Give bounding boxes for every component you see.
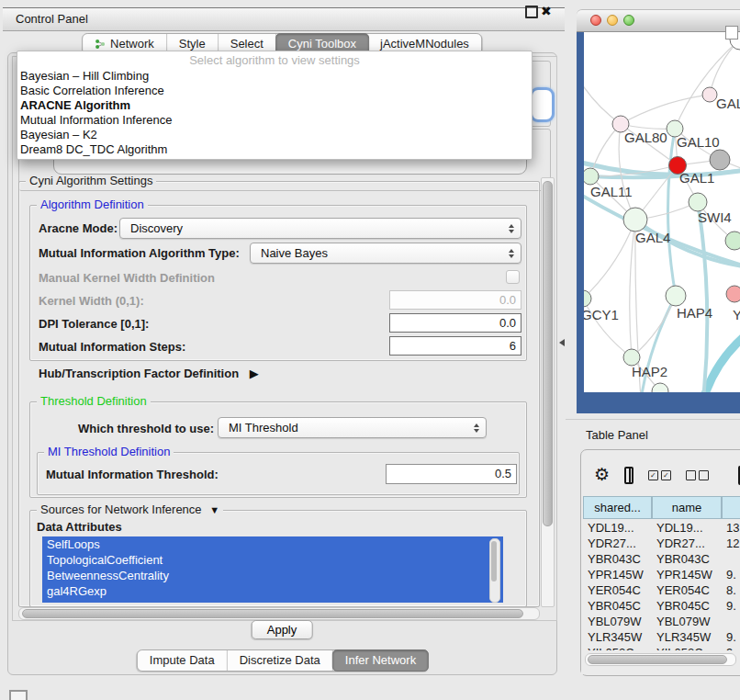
table-cell[interactable]: 9. — [726, 598, 740, 614]
algorithm-option[interactable]: Dream8 DC_TDC Algorithm — [20, 142, 529, 157]
mi-threshold-label: Mutual Information Threshold: — [46, 468, 219, 481]
table-cell[interactable]: YBL079W — [656, 614, 721, 629]
gear-icon[interactable]: ⚙ — [594, 465, 610, 485]
close-traffic-light[interactable] — [590, 15, 601, 26]
hub-definition-expander[interactable]: Hub/Transcription Factor Definition ▶ — [39, 367, 259, 380]
which-threshold-select[interactable]: MI Threshold — [218, 417, 487, 438]
algorithm-option[interactable]: Bayesian – Hill Climbing — [20, 69, 529, 84]
network-canvas[interactable]: GAL80GAL10GAL1GAL11SWI4GAL4GCY1HAP4HAP2G… — [584, 30, 740, 392]
cyni-algorithm-settings-title: Cyni Algorithm Settings — [26, 175, 156, 187]
network-node-gcy1[interactable] — [584, 290, 591, 307]
float-window-icon[interactable] — [525, 6, 538, 18]
table-cell[interactable]: YER054C — [656, 582, 721, 598]
network-graph[interactable]: GAL80GAL10GAL1GAL11SWI4GAL4GCY1HAP4HAP2G… — [584, 30, 740, 392]
data-attribute-item[interactable]: SelfLoops — [42, 536, 503, 552]
table-cell[interactable]: YDL19... — [656, 520, 721, 536]
network-edge[interactable] — [675, 40, 740, 129]
column-header[interactable]: name — [652, 496, 722, 519]
table-cell[interactable]: YLR345W — [588, 629, 651, 645]
table-cell[interactable]: YBR045C — [588, 598, 651, 614]
algorithm-option[interactable]: Basic Correlation Inference — [20, 84, 529, 98]
network-edge[interactable] — [703, 335, 740, 392]
settings-horizontal-scrollbar[interactable] — [18, 607, 540, 620]
network-edge[interactable] — [621, 95, 710, 124]
table-cell[interactable]: 9. — [726, 629, 740, 645]
table-cell[interactable]: YBR045C — [656, 598, 721, 614]
network-node[interactable] — [725, 231, 740, 250]
mi-steps-field[interactable]: 6 — [389, 336, 521, 356]
tab-label: Discretize Data — [240, 650, 320, 671]
cyni-bottom-tabs: Impute DataDiscretize DataInfer Network — [137, 649, 429, 672]
column-header[interactable] — [722, 496, 740, 519]
table-cell[interactable]: YLR345W — [656, 629, 721, 645]
close-icon[interactable]: ✖ — [541, 0, 552, 22]
panel-splitter-collapse-icon[interactable] — [559, 339, 565, 346]
algorithm-option[interactable]: ARACNE Algorithm — [20, 98, 529, 113]
node-label: GCY1 — [584, 307, 619, 322]
aracne-mode-select[interactable]: Discovery — [119, 218, 521, 239]
attributes-scrollbar[interactable] — [489, 538, 500, 603]
algorithm-option[interactable]: Bayesian – K2 — [20, 128, 529, 142]
manual-kernel-checkbox[interactable] — [506, 270, 520, 284]
table-cell[interactable]: YDR27... — [656, 536, 721, 551]
algorithm-combobox-focus-ring[interactable] — [530, 87, 555, 122]
minimized-panel-icon[interactable] — [9, 690, 28, 700]
network-node-swi4[interactable] — [689, 193, 707, 211]
expand-right-icon[interactable]: ▶ — [250, 367, 259, 380]
network-node-hap4[interactable] — [666, 286, 686, 306]
unchecked-boxes-icon[interactable] — [686, 470, 709, 480]
table-cell[interactable]: YDL19... — [588, 520, 651, 536]
checked-boxes-icon[interactable]: ✓✓ — [648, 470, 671, 480]
column-header[interactable]: shared... — [583, 496, 652, 519]
network-node-gal11[interactable] — [584, 168, 599, 185]
table-cell[interactable]: YBL079W — [588, 614, 651, 629]
sources-expander[interactable]: Sources for Network Inference ▼ — [37, 503, 223, 516]
mi-type-select[interactable]: Naive Bayes — [250, 243, 521, 264]
table-cell[interactable]: YER054C — [588, 582, 651, 598]
table-cell[interactable]: YBR043C — [656, 551, 721, 567]
mi-type-label: Mutual Information Algorithm Type: — [39, 246, 240, 260]
aracne-mode-value: Discovery — [130, 221, 183, 235]
mi-threshold-field[interactable]: 0.5 — [386, 464, 517, 484]
data-attribute-item[interactable]: BetweennessCentrality — [42, 568, 503, 583]
settings-vertical-scrollbar-thumb[interactable] — [543, 181, 553, 526]
table-cell[interactable]: YPR145W — [656, 567, 721, 582]
aracne-mode-label: Aracne Mode: — [39, 221, 118, 235]
data-attributes-label: Data Attributes — [37, 520, 122, 534]
network-node[interactable] — [710, 150, 730, 170]
dpi-tolerance-field[interactable]: 0.0 — [389, 313, 521, 333]
settings-horizontal-scrollbar-thumb[interactable] — [22, 609, 523, 618]
network-window-titlebar[interactable] — [577, 9, 740, 32]
columns-icon[interactable] — [624, 467, 633, 484]
control-panel-titlebar: Control Panel — [3, 7, 565, 31]
table-cell[interactable]: 8. — [726, 582, 740, 598]
table-cell[interactable]: YBR043C — [588, 551, 651, 567]
table-cell[interactable] — [726, 614, 740, 629]
data-attribute-item[interactable]: TopologicalCoefficient — [42, 552, 503, 568]
zoom-traffic-light[interactable] — [623, 15, 634, 26]
network-node[interactable] — [702, 87, 717, 102]
table-cell[interactable]: 9. — [726, 567, 740, 582]
network-node[interactable] — [726, 286, 740, 302]
network-node-gal4[interactable] — [623, 208, 647, 231]
table-cell[interactable]: YPR145W — [588, 567, 651, 582]
data-attribute-item[interactable]: gal4RGexp — [42, 583, 503, 599]
data-attributes-list[interactable]: SelfLoopsTopologicalCoefficientBetweenne… — [42, 536, 503, 603]
tab-discretize-data[interactable]: Discretize Data — [228, 650, 333, 671]
apply-button[interactable]: Apply — [252, 620, 313, 639]
collapse-down-icon[interactable]: ▼ — [209, 504, 219, 515]
table-cell[interactable]: 13 — [726, 520, 740, 536]
table-cell[interactable] — [726, 551, 740, 567]
minimize-traffic-light[interactable] — [607, 15, 618, 26]
table-cell[interactable]: YDR27... — [588, 536, 651, 551]
table-horizontal-scrollbar[interactable] — [585, 653, 736, 666]
tab-infer-network[interactable]: Infer Network — [332, 649, 429, 672]
table-cell[interactable]: 12 — [726, 536, 740, 551]
tab-impute-data[interactable]: Impute Data — [138, 650, 228, 671]
network-edge[interactable] — [698, 202, 707, 392]
algorithm-option[interactable]: Mutual Information Inference — [20, 113, 529, 128]
stepper-arrows-icon — [507, 219, 516, 238]
network-edge[interactable] — [584, 220, 635, 299]
network-corner-widget[interactable] — [725, 26, 738, 40]
settings-vertical-scrollbar[interactable] — [541, 177, 555, 607]
